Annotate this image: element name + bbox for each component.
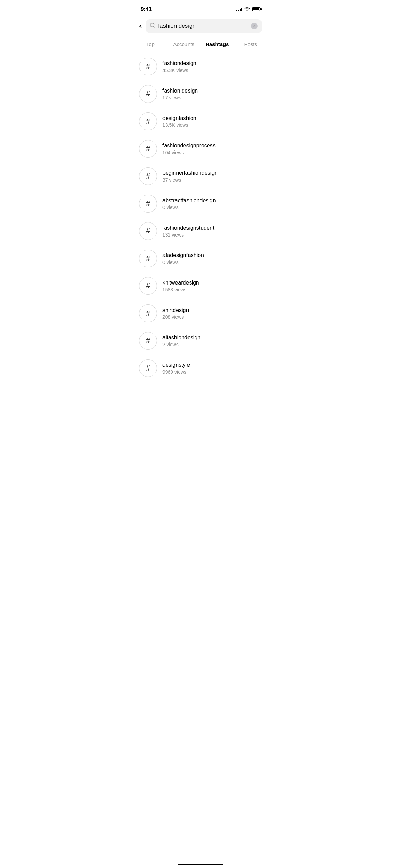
hashtag-icon: #	[139, 332, 157, 350]
hashtag-views: 13.5K views	[162, 122, 262, 128]
hashtag-name: fashiondesignstudent	[162, 225, 262, 231]
hashtag-icon: #	[139, 250, 157, 267]
hashtag-views: 0 views	[162, 260, 262, 265]
hashtag-info: designfashion13.5K views	[162, 115, 262, 128]
hashtag-icon: #	[139, 58, 157, 75]
hashtag-item[interactable]: #shirtdesign208 views	[134, 300, 267, 327]
hashtag-name: aifashiondesign	[162, 335, 262, 341]
hashtag-views: 37 views	[162, 177, 262, 183]
hashtag-icon: #	[139, 140, 157, 158]
hashtag-item[interactable]: #beginnerfashiondesign37 views	[134, 162, 267, 190]
hashtag-name: fashiondesignprocess	[162, 143, 262, 149]
hashtag-icon: #	[139, 277, 157, 295]
hashtag-views: 104 views	[162, 150, 262, 155]
tab-accounts[interactable]: Accounts	[167, 37, 201, 51]
hashtag-info: beginnerfashiondesign37 views	[162, 170, 262, 183]
hashtag-icon: #	[139, 167, 157, 185]
back-button[interactable]: ‹	[139, 22, 142, 31]
hashtag-info: fashiondesignprocess104 views	[162, 143, 262, 155]
hashtag-name: designstyle	[162, 362, 262, 368]
hashtag-item[interactable]: #fashiondesignstudent131 views	[134, 217, 267, 245]
hashtag-name: fashiondesign	[162, 60, 262, 67]
search-input-value[interactable]: fashion design	[158, 23, 248, 29]
hashtag-item[interactable]: #fashiondesign45.3K views	[134, 53, 267, 80]
hashtag-info: designstyle9969 views	[162, 362, 262, 375]
hashtag-name: shirtdesign	[162, 307, 262, 313]
clear-search-button[interactable]: ×	[251, 23, 258, 29]
tab-posts[interactable]: Posts	[234, 37, 268, 51]
hashtag-name: fashion design	[162, 88, 262, 94]
hashtag-views: 17 views	[162, 95, 262, 100]
hashtag-icon: #	[139, 222, 157, 240]
hashtag-info: fashion design17 views	[162, 88, 262, 100]
hashtag-item[interactable]: #fashion design17 views	[134, 80, 267, 108]
hashtag-info: aifashiondesign2 views	[162, 335, 262, 347]
hashtag-info: fashiondesign45.3K views	[162, 60, 262, 73]
hashtag-name: afadesignfashion	[162, 252, 262, 258]
hashtag-item[interactable]: #fashiondesignprocess104 views	[134, 135, 267, 162]
hashtag-name: abstractfashiondesign	[162, 197, 262, 204]
signal-icon	[236, 7, 242, 11]
hashtag-views: 2 views	[162, 342, 262, 347]
hashtag-item[interactable]: #designfashion13.5K views	[134, 108, 267, 135]
hashtag-name: beginnerfashiondesign	[162, 170, 262, 176]
wifi-icon	[244, 7, 250, 12]
hashtag-info: knitweardesign1583 views	[162, 280, 262, 292]
hashtag-icon: #	[139, 112, 157, 130]
hashtag-info: fashiondesignstudent131 views	[162, 225, 262, 238]
hashtag-info: shirtdesign208 views	[162, 307, 262, 320]
hashtag-info: afadesignfashion0 views	[162, 252, 262, 265]
hashtag-icon: #	[139, 195, 157, 213]
hashtag-views: 9969 views	[162, 369, 262, 375]
hashtag-name: knitweardesign	[162, 280, 262, 286]
hashtag-views: 45.3K views	[162, 68, 262, 73]
search-icon	[150, 23, 155, 29]
hashtag-views: 208 views	[162, 314, 262, 320]
tab-top[interactable]: Top	[134, 37, 167, 51]
hashtag-item[interactable]: #afadesignfashion0 views	[134, 245, 267, 272]
hashtag-icon: #	[139, 85, 157, 103]
search-bar[interactable]: fashion design ×	[146, 19, 262, 33]
status-time: 9:41	[141, 6, 152, 13]
svg-line-1	[154, 26, 155, 28]
hashtag-item[interactable]: #aifashiondesign2 views	[134, 327, 267, 354]
hashtag-item[interactable]: #abstractfashiondesign0 views	[134, 190, 267, 217]
hashtag-info: abstractfashiondesign0 views	[162, 197, 262, 210]
hashtag-icon: #	[139, 304, 157, 322]
hashtag-item[interactable]: #knitweardesign1583 views	[134, 272, 267, 300]
search-tabs: Top Accounts Hashtags Posts	[134, 37, 267, 51]
status-icons	[236, 7, 260, 12]
hashtag-views: 1583 views	[162, 287, 262, 292]
hashtag-views: 0 views	[162, 205, 262, 210]
search-container: ‹ fashion design ×	[134, 16, 267, 37]
hashtag-item[interactable]: #designstyle9969 views	[134, 354, 267, 382]
hashtag-name: designfashion	[162, 115, 262, 121]
hashtag-views: 131 views	[162, 232, 262, 238]
tab-hashtags[interactable]: Hashtags	[200, 37, 234, 51]
hashtag-icon: #	[139, 359, 157, 377]
battery-icon	[252, 7, 260, 11]
hashtag-list: #fashiondesign45.3K views#fashion design…	[134, 53, 267, 382]
status-bar: 9:41	[134, 0, 267, 16]
